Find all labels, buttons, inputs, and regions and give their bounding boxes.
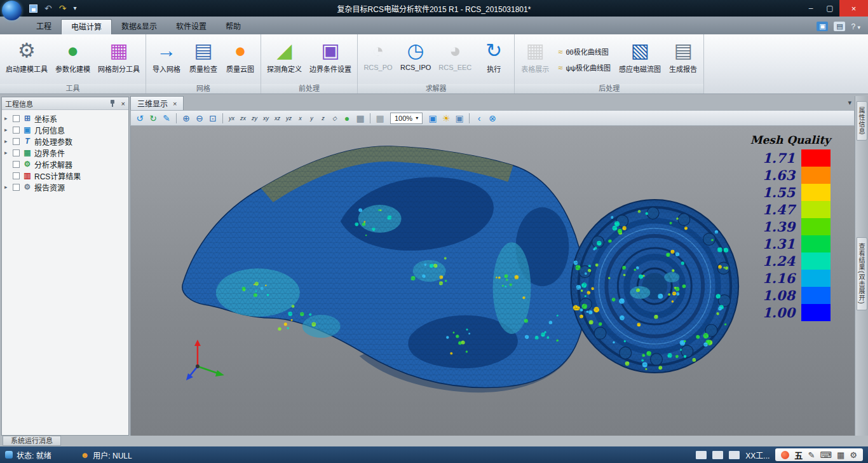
qat-customize-icon[interactable]: ▾ [73,5,76,11]
ime-settings-gear-icon[interactable]: ⚙ [850,450,857,460]
view-x-icon[interactable]: x [295,112,306,125]
theta-polarization-curve-button[interactable]: ≈ θθ极化曲线图 [558,46,611,57]
execute-button[interactable]: ↻ 执行 [475,36,512,83]
boundary-condition-button[interactable]: ▣ 边界条件设置 [306,36,355,83]
tab-data-display[interactable]: 数据&显示 [112,19,166,34]
view-z-icon[interactable]: z [318,112,329,125]
minimize-button[interactable]: – [801,0,820,17]
checkbox[interactable] [13,184,20,191]
system-messages-tab[interactable]: 系统运行消息 [3,436,61,446]
button-label: 生成报告 [669,64,697,74]
legend-swatch [801,201,831,218]
layers-icon[interactable]: ▣ [453,112,466,125]
zoom-in-icon[interactable]: ⊕ [180,112,193,125]
tab-help[interactable]: 帮助 [216,19,250,34]
probe-angle-button[interactable]: ◢ 探测角定义 [263,36,306,83]
tab-list-dropdown-icon[interactable]: ▾ [848,99,851,107]
tab-3d-display[interactable]: 三维显示 × [130,96,184,110]
tab-em-computation[interactable]: 电磁计算 [61,19,112,34]
quality-cloud-button[interactable]: ● 质量云图 [222,36,259,83]
view-y-icon[interactable]: y [306,112,317,125]
sketch-icon[interactable]: ✎ [160,112,173,125]
checkbox[interactable] [13,138,20,145]
grid-toggle-icon[interactable]: ▦ [374,112,386,125]
view-yz-icon[interactable]: yz [283,112,294,125]
pin-icon[interactable] [109,100,116,107]
import-mesh-button[interactable]: → 导入网格 [148,36,185,83]
taskbar-window-icon[interactable] [696,451,707,459]
taskbar-window-icon[interactable] [729,451,740,459]
checkbox[interactable] [13,172,20,179]
induced-current-map-button[interactable]: ▧ 感应电磁流图 [615,36,665,83]
taskbar-app-text[interactable]: XX工... [745,450,770,460]
undo-icon[interactable]: ↶ [44,4,52,13]
view-xz-icon[interactable]: xz [272,112,283,125]
shaded-view-icon[interactable]: ● [341,112,353,125]
tree-item-geometry-info[interactable]: ▸ ▣ 几何信息 [2,124,128,135]
expand-arrow-icon[interactable]: ▸ [4,115,11,121]
tree-item-boundary-conditions[interactable]: ▸ ▦ 边界条件 [2,147,128,158]
ime-mode-indicator[interactable]: 五 [794,449,803,461]
panel-close-icon[interactable]: × [121,100,125,107]
maximize-button[interactable]: ▢ [820,0,839,17]
tree-item-report-resources[interactable]: ▸ ⚙ 报告资源 [2,181,128,193]
tab-close-icon[interactable]: × [173,100,177,107]
view-zy-icon[interactable]: zy [249,112,260,125]
light-icon[interactable]: ☀ [440,112,452,125]
view-iso-icon[interactable]: ◇ [329,112,340,125]
display-icon[interactable]: ▤ [834,22,845,31]
view-yx-icon[interactable]: yx [226,112,237,125]
close-view-icon[interactable]: ⊗ [486,112,499,125]
tab-project[interactable]: 工程 [27,19,61,34]
expand-arrow-icon[interactable]: ▸ [4,138,11,144]
viewport-tab-strip: 三维显示 × ▾ [130,96,855,110]
ime-pen-icon[interactable]: ✎ [808,450,815,460]
checkbox[interactable] [13,161,20,168]
parametric-modeling-button[interactable]: ● 参数化建模 [51,36,94,83]
tab-software-settings[interactable]: 软件设置 [166,19,216,34]
tree-item-coordinate-system[interactable]: ▸ ⊞ 坐标系 [2,113,128,124]
taskbar-window-icon[interactable] [712,451,723,459]
launch-modeling-tool-button[interactable]: ⚙ 启动建模工具 [2,36,51,83]
ime-logo-icon[interactable] [781,451,789,459]
wireframe-view-icon[interactable]: ▦ [354,112,367,125]
render-mode-icon[interactable]: ▣ [426,112,439,125]
viewport-3d-canvas[interactable]: Mesh Quality 1.71 1.63 1.55 1.47 1.39 1.… [130,126,855,436]
redo-icon[interactable]: ↷ [59,4,67,13]
mesh-partition-tool-button[interactable]: ▦ 网格剖分工具 [94,36,144,83]
close-button[interactable]: × [839,0,868,17]
checkbox[interactable] [13,127,20,134]
zoom-level-select[interactable]: 100% ▾ [390,113,423,124]
ime-grid-icon[interactable]: ▦ [837,450,844,460]
zoom-window-icon[interactable]: ⊡ [207,112,219,125]
save-icon[interactable] [29,4,37,13]
rcs-ipo-button[interactable]: ◷ RCS_IPO [397,36,435,83]
expand-arrow-icon[interactable]: ▸ [4,184,11,190]
generate-report-button[interactable]: ▤ 生成报告 [665,36,702,83]
side-tab-properties[interactable]: 属性信息 [857,101,867,141]
quick-access-toolbar: ↶ ↷ ▾ [29,4,77,13]
tree-item-preprocess-params[interactable]: ▸ T 前处理参数 [2,135,128,147]
side-tab-view-results[interactable]: 查看结果(双击展开) [857,237,867,310]
checkbox[interactable] [13,115,20,122]
collapse-icon[interactable]: ‹ [473,112,485,125]
skin-icon[interactable]: ▣ [817,22,828,31]
zoom-out-icon[interactable]: ⊖ [193,112,206,125]
expand-arrow-icon[interactable]: ▸ [4,149,11,156]
view-zx-icon[interactable]: zx [238,112,248,125]
project-tree: ▸ ⊞ 坐标系 ▸ ▣ 几何信息 ▸ T 前处理参数 ▸ ▦ 边界条件 ▸ ⚙ … [2,110,128,193]
help-menu-button[interactable]: ? ▾ [851,22,860,31]
quality-check-button[interactable]: ▤ 质量检查 [185,36,222,83]
legend-swatch [801,270,831,287]
psi-polarization-curve-button[interactable]: ≈ ψψ极化曲线图 [558,62,611,73]
checkbox[interactable] [13,149,20,156]
view-xy-icon[interactable]: xy [261,112,271,125]
ime-keyboard-icon[interactable]: ⌨ [820,450,832,460]
app-logo-icon[interactable] [2,1,22,20]
tree-item-rcs-results[interactable]: ▸ ▥ RCS计算结果 [2,170,128,181]
tree-item-solver[interactable]: ▸ ⚙ 分析求解器 [2,158,128,170]
status-state: 状态: 就绪 [17,450,51,460]
orbit-icon[interactable]: ↺ [133,112,146,125]
expand-arrow-icon[interactable]: ▸ [4,127,11,133]
spin-icon[interactable]: ↻ [147,112,159,125]
